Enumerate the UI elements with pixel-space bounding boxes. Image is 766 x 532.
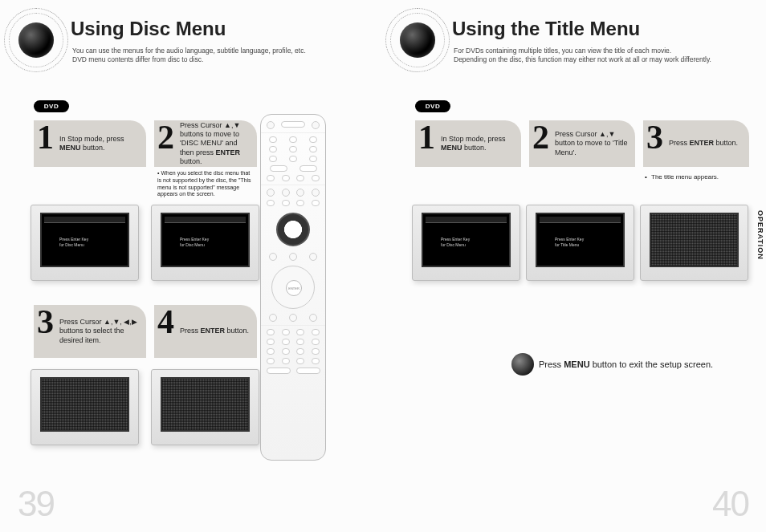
jog-dial-icon — [276, 213, 310, 246]
step-2: 2 Press Cursor ▲,▼ buttons to move to 'D… — [154, 120, 257, 198]
step-bullet: The title menu appears. — [643, 167, 749, 181]
step-number: 1 — [418, 120, 435, 154]
page-title-left: Using Disc Menu — [71, 18, 226, 40]
step-note: • When you select the disc menu that is … — [154, 167, 257, 198]
step-2: 2 Press Cursor ▲,▼ button to move to 'Ti… — [529, 120, 635, 167]
remote-control-illustration: ENTER — [260, 114, 326, 461]
step-number: 3 — [646, 120, 663, 154]
tv-illustration — [640, 205, 748, 281]
step-1: 1 In Stop mode, press MENU button. — [415, 120, 521, 167]
page-subtitle-right: For DVDs containing multiple titles, you… — [454, 47, 711, 64]
step-number: 2 — [157, 120, 174, 154]
lens-icon — [385, 8, 450, 72]
step-number: 4 — [157, 305, 174, 339]
step-3: 3 Press Cursor ▲,▼, ◀,▶ buttons to selec… — [34, 305, 146, 358]
dvd-badge: DVD — [34, 100, 69, 112]
tv-illustration: Press Enter Key for Title Menu — [526, 205, 634, 281]
tv-illustration — [151, 369, 259, 445]
step-number: 1 — [37, 120, 54, 154]
page-number-left: 39 — [18, 484, 54, 524]
tv-illustration: Press Enter Key for Disc Menu — [151, 205, 259, 281]
tv-illustration: Press Enter Key for Disc Menu — [412, 205, 520, 281]
page-right: Using the Title Menu For DVDs containing… — [381, 0, 766, 532]
page-left: Using Disc Menu You can use the menus fo… — [0, 0, 381, 532]
step-number: 3 — [37, 305, 54, 339]
page-subtitle-left: You can use the menus for the audio lang… — [72, 47, 306, 64]
page-title-right: Using the Title Menu — [452, 18, 640, 40]
step-1: 1 In Stop mode, press MENU button. — [34, 120, 146, 167]
dvd-badge: DVD — [415, 100, 450, 112]
exit-note: Press MENU button to exit the setup scre… — [534, 353, 713, 376]
step-number: 2 — [532, 120, 549, 154]
lens-small-icon — [511, 353, 534, 376]
step-4: 4 Press ENTER button. — [154, 305, 257, 358]
dpad-icon: ENTER — [271, 266, 315, 309]
tv-illustration — [31, 369, 139, 445]
lens-icon — [4, 8, 68, 72]
step-3: 3 Press ENTER button. The title menu app… — [643, 120, 749, 181]
tv-illustration: Press Enter Key for Disc Menu — [31, 205, 139, 281]
section-tab: OPERATION — [756, 210, 764, 260]
page-number-right: 40 — [712, 484, 748, 524]
